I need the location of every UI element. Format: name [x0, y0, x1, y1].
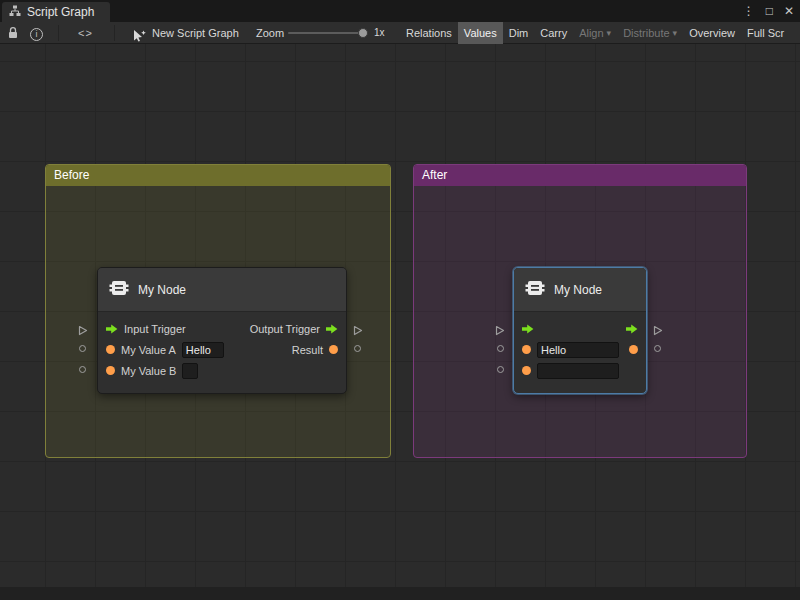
group-before-header[interactable]: Before: [46, 165, 390, 186]
carry-button[interactable]: Carry: [534, 22, 573, 44]
graph-canvas[interactable]: Before After: [0, 44, 800, 600]
canvas-bottom-edge: [0, 587, 800, 600]
ext-trigger-out-marker[interactable]: [353, 322, 363, 340]
node-icon: [525, 280, 545, 299]
output-trigger-port[interactable]: [626, 324, 638, 334]
tab-bar: Script Graph ⋮ □ ✕: [0, 0, 800, 22]
distribute-dropdown: Distribute ▾: [617, 22, 683, 44]
pointer-icon: [133, 27, 146, 40]
input-trigger-port[interactable]: [522, 324, 534, 334]
ext-result-marker[interactable]: [654, 345, 661, 352]
new-script-graph-button[interactable]: New Script Graph: [152, 22, 239, 44]
group-before-title: Before: [54, 168, 89, 182]
value-b-input[interactable]: [537, 363, 619, 379]
zoom-slider-handle[interactable]: [358, 28, 368, 38]
node-title: My Node: [554, 283, 602, 297]
input-trigger-port[interactable]: [106, 324, 118, 334]
ext-value-a-marker[interactable]: [497, 345, 504, 352]
align-label: Align: [579, 27, 603, 39]
ext-value-b-marker[interactable]: [79, 366, 86, 373]
graph-icon: [9, 5, 21, 20]
node-body: [514, 312, 646, 393]
group-after-header[interactable]: After: [414, 165, 746, 186]
info-icon[interactable]: i: [30, 22, 43, 44]
node-my-node-after[interactable]: My Node: [513, 267, 647, 394]
tab-title: Script Graph: [27, 5, 94, 19]
value-b-port[interactable]: [522, 366, 531, 375]
result-port[interactable]: [629, 345, 638, 354]
value-b-label: My Value B: [121, 365, 176, 377]
close-icon[interactable]: ✕: [784, 0, 794, 22]
value-a-row: [514, 339, 646, 360]
ext-trigger-in-marker[interactable]: [78, 322, 88, 340]
ext-trigger-out-marker[interactable]: [653, 322, 663, 340]
toolbar-separator: [58, 25, 59, 41]
node-body: Input Trigger Output Trigger My Value A: [98, 312, 346, 393]
output-trigger-label: Output Trigger: [250, 323, 320, 335]
ext-result-marker[interactable]: [354, 345, 361, 352]
lock-icon[interactable]: [7, 26, 19, 40]
values-button[interactable]: Values: [458, 22, 503, 44]
ext-value-a-marker[interactable]: [79, 345, 86, 352]
trigger-row: Input Trigger Output Trigger: [98, 318, 346, 339]
maximize-icon[interactable]: □: [766, 0, 773, 22]
node-my-node-before[interactable]: My Node Input Trigger Output Trigger: [97, 267, 347, 394]
code-icon[interactable]: <>: [78, 22, 93, 44]
dim-button[interactable]: Dim: [503, 22, 535, 44]
toolbar-buttons: Relations Values Dim Carry Align ▾ Distr…: [400, 22, 800, 44]
zoom-slider[interactable]: [288, 32, 366, 34]
distribute-label: Distribute: [623, 27, 669, 39]
ext-value-b-marker[interactable]: [497, 366, 504, 373]
zoom-label: Zoom: [256, 22, 284, 44]
node-header[interactable]: My Node: [514, 268, 646, 312]
trigger-row: [514, 318, 646, 339]
value-a-port[interactable]: [106, 345, 115, 354]
chevron-down-icon: ▾: [607, 28, 612, 38]
overview-button[interactable]: Overview: [683, 22, 741, 44]
relations-button[interactable]: Relations: [400, 22, 458, 44]
value-b-row: My Value B: [98, 360, 346, 381]
value-a-label: My Value A: [121, 344, 176, 356]
menu-icon[interactable]: ⋮: [743, 0, 755, 22]
node-icon: [109, 280, 129, 299]
result-port[interactable]: [329, 345, 338, 354]
value-a-input[interactable]: [537, 342, 619, 358]
fullscreen-button[interactable]: Full Scr: [741, 22, 790, 44]
value-a-row: My Value A Result: [98, 339, 346, 360]
tab-script-graph[interactable]: Script Graph: [2, 2, 110, 22]
node-title: My Node: [138, 283, 186, 297]
result-label: Result: [292, 344, 323, 356]
node-header[interactable]: My Node: [98, 268, 346, 312]
output-trigger-port[interactable]: [326, 324, 338, 334]
value-b-port[interactable]: [106, 366, 115, 375]
window-controls: ⋮ □ ✕: [743, 0, 794, 22]
input-trigger-label: Input Trigger: [124, 323, 186, 335]
script-graph-window: Script Graph ⋮ □ ✕ i <> New Script Gra: [0, 0, 800, 600]
value-a-port[interactable]: [522, 345, 531, 354]
value-b-row: [514, 360, 646, 381]
chevron-down-icon: ▾: [673, 28, 678, 38]
toolbar: i <> New Script Graph Zoom 1x Relations …: [0, 22, 800, 44]
group-after-title: After: [422, 168, 447, 182]
toolbar-separator: [114, 25, 115, 41]
value-b-input[interactable]: [182, 363, 198, 379]
align-dropdown: Align ▾: [573, 22, 617, 44]
zoom-value: 1x: [374, 22, 385, 44]
value-a-input[interactable]: [182, 342, 224, 358]
ext-trigger-in-marker[interactable]: [495, 322, 505, 340]
